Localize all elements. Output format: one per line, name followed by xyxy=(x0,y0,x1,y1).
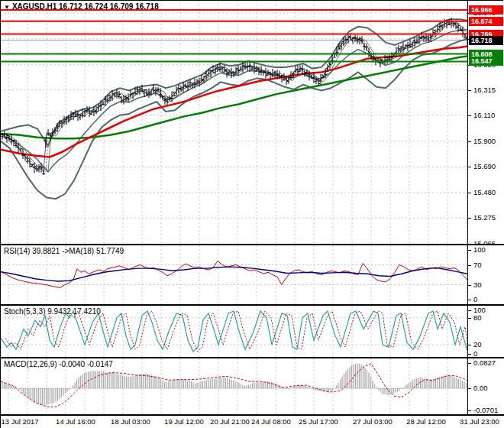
chart-window: 16.94016.73016.52016.31516.11015.90015.6… xyxy=(0,0,503,428)
macd-panel: 0.08270.00-0.0701 MACD(12,26,9) -0.0040 … xyxy=(1,358,504,414)
current-price-label: 16.718 xyxy=(469,36,503,45)
rsi-panel: 10070300 RSI(14) 39.8821 ->MA(18) 51.774… xyxy=(1,245,504,304)
axis-tick-mark xyxy=(468,265,471,266)
time-axis-label: 24 Jul 08:00 xyxy=(251,417,291,426)
time-axis-label: 19 Jul 12:00 xyxy=(164,417,204,426)
price-axis[interactable]: 16.94016.73016.52016.31516.11015.90015.6… xyxy=(467,1,504,244)
axis-tick-label: 16.110 xyxy=(473,111,495,120)
axis-tick-mark xyxy=(468,193,471,193)
axis-tick-label: 16.315 xyxy=(473,86,496,95)
panel-divider[interactable] xyxy=(1,304,504,306)
panel-divider[interactable] xyxy=(1,414,504,416)
time-axis-label: 25 Jul 17:00 xyxy=(299,417,338,426)
rsi-label: RSI(14) 39.8821 ->MA(18) 51.7749 xyxy=(4,247,124,255)
panel-divider[interactable] xyxy=(1,244,504,245)
axis-tick-mark xyxy=(468,218,471,219)
axis-tick-mark xyxy=(468,388,471,389)
axis-tick-label: 80 xyxy=(473,313,482,323)
time-axis-label: 14 Jul 16:00 xyxy=(56,417,95,426)
time-axis-label: 18 Jul 03:00 xyxy=(111,417,150,426)
axis-tick-mark xyxy=(468,345,471,345)
rsi-axis[interactable]: 10070300 xyxy=(467,245,504,304)
main-chart-plot[interactable] xyxy=(1,1,467,244)
main-chart-panel: 16.94016.73016.52016.31516.11015.90015.6… xyxy=(1,1,504,244)
axis-tick-mark xyxy=(468,250,471,251)
stochastic-axis[interactable]: 10080200 xyxy=(467,306,504,357)
axis-tick-mark xyxy=(468,285,471,286)
chart-title: ▼XAGUSD,H1 16.712 16.724 16.709 16.718 xyxy=(4,2,159,11)
stochastic-panel: 10080200 Stoch(5,3,3) 9.9432 17.4210 xyxy=(1,306,504,357)
macd-axis[interactable]: 0.08270.00-0.0701 xyxy=(467,358,504,414)
resistance-level-label: 16.966 xyxy=(469,5,503,15)
axis-tick-mark xyxy=(468,141,471,142)
time-axis[interactable]: 13 Jul 201714 Jul 16:0018 Jul 03:0019 Ju… xyxy=(1,416,504,428)
macd-label: MACD(12,26,9) -0.0040 -0.0147 xyxy=(4,360,113,368)
axis-tick-mark xyxy=(468,115,471,116)
axis-tick-mark xyxy=(468,310,471,311)
time-axis-label: 28 Jul 12:00 xyxy=(406,417,446,426)
axis-tick-label: 15.275 xyxy=(473,213,496,222)
symbol-ohlc-text: XAGUSD,H1 16.712 16.724 16.709 16.718 xyxy=(12,2,159,11)
axis-tick-mark xyxy=(468,300,471,300)
resistance-level-label: 16.874 xyxy=(469,17,503,26)
axis-tick-label: 0.00 xyxy=(473,384,488,393)
axis-tick-label: 70 xyxy=(473,261,482,270)
axis-tick-label: 15.480 xyxy=(473,188,496,197)
time-axis-label: 13 Jul 2017 xyxy=(1,417,38,426)
axis-tick-mark xyxy=(468,363,471,364)
axis-tick-mark xyxy=(468,90,471,91)
axis-tick-mark xyxy=(468,354,471,355)
stochastic-label: Stoch(5,3,3) 9.9432 17.4210 xyxy=(4,307,101,316)
time-axis-label: 27 Jul 03:00 xyxy=(353,417,393,426)
axis-tick-mark xyxy=(468,318,471,319)
support-level-label: 16.547 xyxy=(469,57,503,66)
axis-tick-mark xyxy=(468,410,471,411)
axis-tick-label: 15.690 xyxy=(473,162,496,171)
time-axis-label: 31 Jul 23:00 xyxy=(460,417,499,426)
axis-tick-label: 100 xyxy=(473,245,486,255)
axis-tick-label: 0.0827 xyxy=(473,358,496,368)
axis-tick-label: 0 xyxy=(473,295,477,304)
axis-tick-mark xyxy=(468,167,471,167)
axis-tick-label: 30 xyxy=(473,280,482,290)
panel-divider[interactable] xyxy=(1,357,504,358)
time-axis-label: 20 Jul 21:00 xyxy=(210,417,250,426)
symbol-dropdown-icon[interactable]: ▼ xyxy=(4,4,10,11)
axis-tick-label: 15.900 xyxy=(473,137,496,146)
axis-tick-label: 20 xyxy=(473,340,482,349)
